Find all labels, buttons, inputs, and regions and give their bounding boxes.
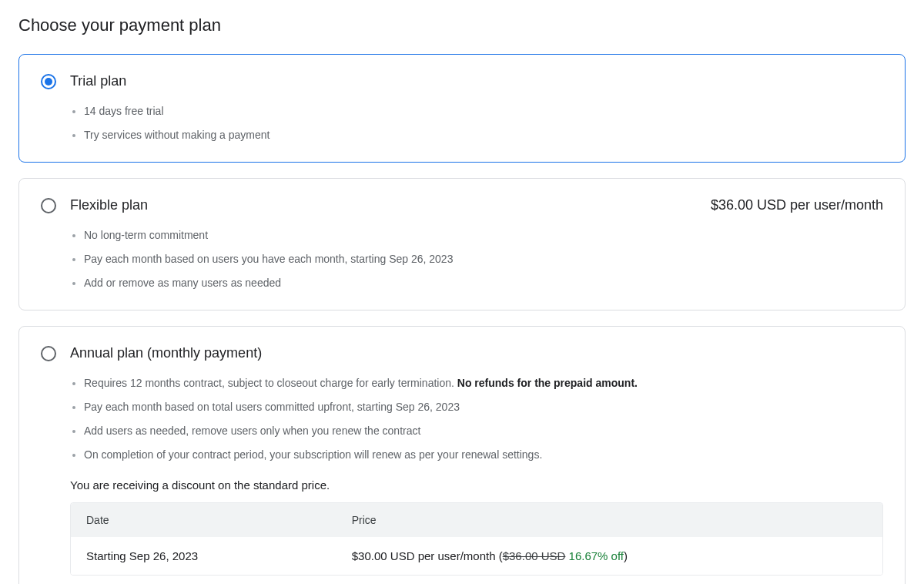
no-refund-note: No refunds for the prepaid amount. xyxy=(457,377,638,389)
plan-header: Trial plan xyxy=(41,73,883,89)
plan-header: Flexible plan $36.00 USD per user/month xyxy=(41,197,883,213)
list-item: No long-term commitment xyxy=(84,227,883,243)
list-item: Try services without making a payment xyxy=(84,127,883,143)
plan-card-flexible[interactable]: Flexible plan $36.00 USD per user/month … xyxy=(18,178,906,310)
plan-price-flexible: $36.00 USD per user/month xyxy=(711,197,883,213)
list-item: Add users as needed, remove users only w… xyxy=(84,423,883,439)
discount-percent: 16.67% off xyxy=(569,549,624,562)
table-header: Date Price xyxy=(71,503,882,537)
plan-title-annual: Annual plan (monthly payment) xyxy=(70,345,262,361)
price-table: Date Price Starting Sep 26, 2023 $30.00 … xyxy=(70,502,883,576)
list-item: On completion of your contract period, y… xyxy=(84,447,883,463)
radio-flexible[interactable] xyxy=(41,198,56,213)
col-header-date: Date xyxy=(86,514,352,526)
original-price: $36.00 USD xyxy=(503,549,566,562)
cell-price: $30.00 USD per user/month ($36.00 USD 16… xyxy=(352,549,867,562)
plan-title-trial: Trial plan xyxy=(70,73,126,89)
plan-header: Annual plan (monthly payment) xyxy=(41,345,883,361)
table-row: Starting Sep 26, 2023 $30.00 USD per use… xyxy=(71,537,882,575)
discount-note: You are receiving a discount on the stan… xyxy=(70,478,883,492)
page-title: Choose your payment plan xyxy=(18,15,906,35)
list-item: Pay each month based on total users comm… xyxy=(84,399,883,415)
list-item: Requires 12 months contract, subject to … xyxy=(84,375,883,391)
cell-date: Starting Sep 26, 2023 xyxy=(86,549,352,562)
radio-trial[interactable] xyxy=(41,74,56,89)
plan-details-flexible: No long-term commitment Pay each month b… xyxy=(84,227,883,291)
list-item: 14 days free trial xyxy=(84,103,883,119)
radio-annual[interactable] xyxy=(41,346,56,361)
col-header-price: Price xyxy=(352,514,867,526)
plan-card-annual[interactable]: Annual plan (monthly payment) Requires 1… xyxy=(18,326,906,584)
plan-details-annual: Requires 12 months contract, subject to … xyxy=(84,375,883,463)
plan-details-trial: 14 days free trial Try services without … xyxy=(84,103,883,143)
list-item: Pay each month based on users you have e… xyxy=(84,251,883,267)
plan-title-flexible: Flexible plan xyxy=(70,197,148,213)
plan-card-trial[interactable]: Trial plan 14 days free trial Try servic… xyxy=(18,54,906,163)
list-item: Add or remove as many users as needed xyxy=(84,275,883,291)
